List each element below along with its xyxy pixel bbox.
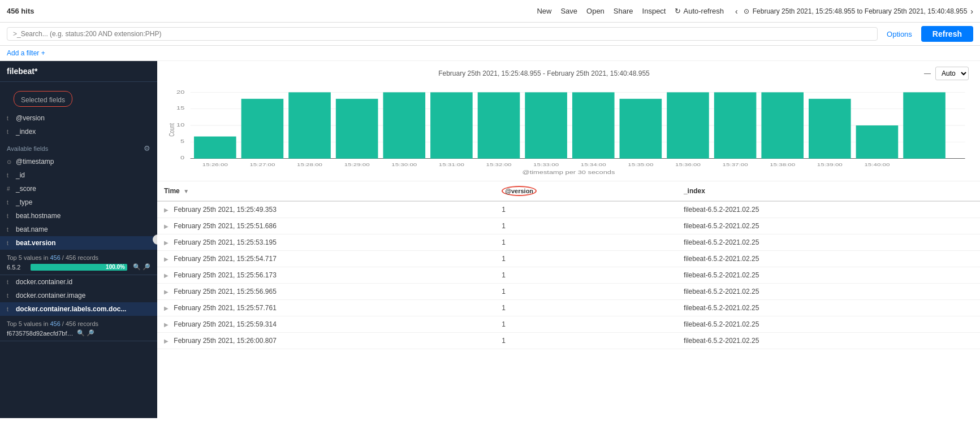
- top5-total-2: 456: [66, 320, 76, 327]
- column-version[interactable]: @version: [495, 181, 677, 201]
- field-type-item[interactable]: t _type: [0, 195, 157, 209]
- col-version-label: @version: [502, 186, 537, 196]
- next-time-button[interactable]: ›: [970, 7, 973, 16]
- auto-refresh-button[interactable]: ↻ Auto-refresh: [675, 7, 724, 15]
- bar-chart-svg: 20 15 10 5 0 Count: [169, 85, 969, 175]
- search-input[interactable]: [21, 30, 871, 38]
- open-button[interactable]: Open: [586, 7, 605, 15]
- magnify-plus-icon-2[interactable]: 🔍: [77, 329, 85, 337]
- inspect-button[interactable]: Inspect: [642, 7, 666, 15]
- field-timestamp[interactable]: ⊙ @timestamp: [0, 155, 157, 168]
- svg-rect-13: [288, 92, 331, 158]
- cell-version: 1: [495, 333, 677, 349]
- magnify-minus-icon[interactable]: 🔎: [143, 263, 150, 271]
- svg-text:15:32:00: 15:32:00: [486, 162, 512, 167]
- top5-count2-link[interactable]: 456: [50, 320, 60, 327]
- magnify-minus-icon-2[interactable]: 🔎: [87, 329, 94, 337]
- new-button[interactable]: New: [537, 7, 551, 15]
- field-name: beat.version: [16, 239, 150, 247]
- svg-text:15:29:00: 15:29:00: [344, 162, 370, 167]
- cell-index: filebeat-6.5.2-2021.02.25: [677, 316, 980, 333]
- table-row: ▶ February 25th 2021, 15:25:59.314 1 fil…: [157, 316, 980, 333]
- cell-index: filebeat-6.5.2-2021.02.25: [677, 267, 980, 284]
- row-expand-button[interactable]: ▶: [164, 338, 169, 344]
- table-row: ▶ February 25th 2021, 15:25:49.353 1 fil…: [157, 201, 980, 218]
- row-expand-button[interactable]: ▶: [164, 256, 169, 262]
- index-pattern-title[interactable]: filebeat*: [0, 61, 157, 82]
- cell-index: filebeat-6.5.2-2021.02.25: [677, 333, 980, 349]
- svg-rect-22: [714, 92, 757, 158]
- field-docker-container-image[interactable]: t docker.container.image: [0, 289, 157, 302]
- selected-fields-label: Selected fields: [14, 91, 72, 107]
- magnify-plus-icon[interactable]: 🔍: [133, 263, 141, 271]
- field-beat-hostname[interactable]: t beat.hostname: [0, 209, 157, 223]
- content-area: February 25th 2021, 15:25:48.955 - Febru…: [157, 61, 980, 418]
- cell-time: ▶ February 25th 2021, 15:25:59.314: [157, 316, 495, 333]
- prev-time-button[interactable]: ‹: [733, 6, 740, 17]
- svg-rect-24: [809, 99, 851, 159]
- field-name: docker.container.labels.com.doc...: [16, 305, 150, 313]
- svg-text:20: 20: [176, 89, 184, 95]
- row-expand-button[interactable]: ▶: [164, 207, 169, 213]
- svg-text:15: 15: [176, 105, 184, 111]
- dash-separator: —: [924, 69, 931, 77]
- clock-icon: ⊙: [744, 7, 749, 15]
- field-beat-name[interactable]: t beat.name: [0, 223, 157, 236]
- top5-pct: 100.0%: [106, 264, 125, 271]
- cell-time: ▶ February 25th 2021, 15:26:00.807: [157, 333, 495, 349]
- row-expand-button[interactable]: ▶: [164, 240, 169, 246]
- row-expand-button[interactable]: ▶: [164, 272, 169, 279]
- top5-count-link[interactable]: 456: [50, 254, 60, 261]
- table-row: ▶ February 25th 2021, 15:25:54.717 1 fil…: [157, 251, 980, 267]
- svg-rect-16: [430, 92, 473, 158]
- top-nav: 456 hits New Save Open Share Inspect ↻ A…: [0, 0, 980, 23]
- cell-time: ▶ February 25th 2021, 15:25:57.761: [157, 300, 495, 316]
- field-score[interactable]: # _score: [0, 182, 157, 195]
- top5-records-label-2: records: [77, 320, 98, 327]
- cell-time: ▶ February 25th 2021, 15:25:56.965: [157, 284, 495, 300]
- add-filter-button[interactable]: Add a filter +: [7, 49, 45, 57]
- search-input-wrap[interactable]: >_: [7, 27, 878, 41]
- options-button[interactable]: Options: [882, 28, 917, 41]
- field-type-icon: t: [7, 172, 12, 179]
- row-expand-button[interactable]: ▶: [164, 321, 169, 328]
- chart-header: February 25th 2021, 15:25:48.955 - Febru…: [169, 67, 969, 80]
- svg-text:15:38:00: 15:38:00: [770, 162, 796, 167]
- share-button[interactable]: Share: [614, 7, 633, 15]
- settings-icon[interactable]: ⚙: [144, 144, 150, 153]
- svg-text:15:37:00: 15:37:00: [723, 162, 749, 167]
- svg-text:15:26:00: 15:26:00: [202, 162, 228, 167]
- sort-arrow-icon: ▼: [183, 188, 189, 194]
- field-docker-labels[interactable]: t docker.container.labels.com.doc...: [0, 302, 157, 316]
- save-button[interactable]: Save: [560, 7, 577, 15]
- bar-chart: 20 15 10 5 0 Count: [169, 85, 969, 175]
- row-expand-button[interactable]: ▶: [164, 305, 169, 311]
- interval-select[interactable]: Auto: [935, 67, 969, 80]
- cell-version: 1: [495, 201, 677, 218]
- svg-text:10: 10: [176, 122, 184, 128]
- hits-text: hits: [21, 7, 34, 15]
- cell-index: filebeat-6.5.2-2021.02.25: [677, 251, 980, 267]
- top5-label-2: Top 5 values in: [7, 320, 48, 327]
- field-id[interactable]: t _id add: [0, 168, 157, 182]
- top5-panel-beat-version: Top 5 values in 456 / 456 records 6.5.2 …: [0, 250, 157, 275]
- cell-version: 1: [495, 316, 677, 333]
- column-time[interactable]: Time ▼: [157, 181, 495, 201]
- svg-text:15:35:00: 15:35:00: [628, 162, 654, 167]
- selected-field-version[interactable]: t @version: [0, 111, 157, 125]
- svg-text:15:40:00: 15:40:00: [864, 162, 890, 167]
- refresh-button[interactable]: Refresh: [921, 26, 973, 42]
- column-index[interactable]: _index: [677, 181, 980, 201]
- svg-text:15:27:00: 15:27:00: [249, 162, 275, 167]
- field-docker-container-id[interactable]: t docker.container.id: [0, 275, 157, 289]
- svg-rect-26: [903, 92, 946, 158]
- time-range-selector[interactable]: ‹ ⊙ February 25th 2021, 15:25:48.955 to …: [733, 6, 973, 17]
- svg-rect-25: [856, 125, 899, 159]
- svg-text:15:36:00: 15:36:00: [675, 162, 701, 167]
- field-beat-version[interactable]: t beat.version: [0, 236, 157, 250]
- row-expand-button[interactable]: ▶: [164, 223, 169, 229]
- nav-actions: New Save Open Share Inspect ↻ Auto-refre…: [537, 6, 973, 17]
- selected-field-index[interactable]: t _index: [0, 125, 157, 138]
- field-type-icon: t: [7, 240, 12, 246]
- row-expand-button[interactable]: ▶: [164, 289, 169, 295]
